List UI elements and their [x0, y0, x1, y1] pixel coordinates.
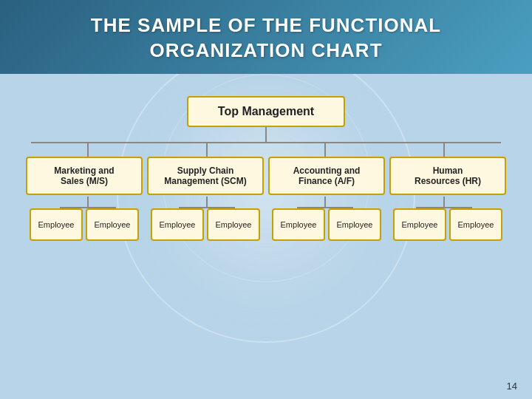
title-line-1: THE SAMPLE OF THE FUNCTIONAL: [91, 14, 441, 36]
hr-connector: [387, 143, 502, 157]
top-management-label: Top Management: [218, 105, 314, 117]
hr-employee-subgroup: Employee Employee: [389, 208, 506, 241]
scm-employees: Employee Employee: [147, 208, 264, 241]
org-chart-content: Top Management Marketing andSales (M/S) …: [0, 74, 532, 256]
hr-employees: Employee Employee: [389, 208, 506, 241]
ms-emp-connector: [31, 195, 146, 208]
employee-box-hr-2: Employee: [449, 208, 502, 241]
slide-header: THE SAMPLE OF THE FUNCTIONAL ORGANIZATIO…: [0, 0, 532, 74]
scm-emp-connector: [150, 195, 265, 208]
dept-box-af: Accounting andFinance (A/F): [268, 157, 385, 195]
employee-box-af-1: Employee: [272, 208, 325, 241]
slide-title: THE SAMPLE OF THE FUNCTIONAL ORGANIZATIO…: [22, 13, 510, 64]
ms-employees: Employee Employee: [26, 208, 143, 241]
af-employee-subgroup: Employee Employee: [268, 208, 385, 241]
hr-v-line: [443, 143, 445, 157]
employee-label-af-1: Employee: [281, 220, 317, 229]
scm-connector: [150, 143, 265, 157]
dept-box-ms: Marketing andSales (M/S): [26, 157, 143, 195]
employee-box-ms-1: Employee: [30, 208, 83, 241]
af-v-line: [324, 143, 326, 157]
department-row: Marketing andSales (M/S) Supply ChainMan…: [26, 157, 506, 195]
employee-box-af-2: Employee: [328, 208, 381, 241]
scm-v-line: [206, 143, 208, 157]
employee-box-hr-1: Employee: [393, 208, 446, 241]
page-number: 14: [507, 381, 517, 392]
ms-connector: [31, 143, 146, 157]
page-footer: 14: [507, 381, 517, 392]
af-emp-connector: [268, 195, 383, 208]
ms-employee-subgroup: Employee Employee: [26, 208, 143, 241]
employee-box-scm-2: Employee: [207, 208, 260, 241]
employee-box-ms-2: Employee: [86, 208, 139, 241]
employee-label-scm-1: Employee: [160, 220, 196, 229]
dept-v-connectors: [31, 143, 501, 157]
hr-emp-connector: [387, 195, 502, 208]
dept-box-scm: Supply ChainManagement (SCM): [147, 157, 264, 195]
employee-label-ms-2: Employee: [95, 220, 131, 229]
employee-label-hr-1: Employee: [402, 220, 438, 229]
employee-row: Employee Employee Employee Employee: [26, 208, 506, 241]
employee-label-scm-2: Employee: [216, 220, 252, 229]
title-line-2: ORGANIZATION CHART: [149, 39, 382, 61]
ms-v-line: [87, 143, 89, 157]
top-v-connector: [265, 127, 267, 142]
dept-box-hr: HumanResources (HR): [389, 157, 506, 195]
employee-box-scm-1: Employee: [151, 208, 204, 241]
scm-employee-subgroup: Employee Employee: [147, 208, 264, 241]
af-connector: [268, 143, 383, 157]
top-management-box: Top Management: [187, 96, 345, 127]
af-employees: Employee Employee: [268, 208, 385, 241]
employee-label-hr-2: Employee: [458, 220, 494, 229]
employee-label-ms-1: Employee: [38, 220, 75, 229]
emp-h-connectors: [31, 195, 501, 208]
employee-label-af-2: Employee: [337, 220, 373, 229]
